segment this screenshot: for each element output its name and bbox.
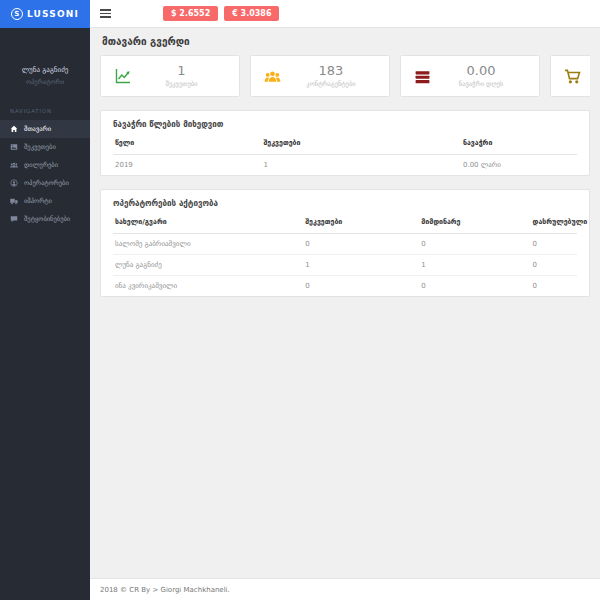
- table-cell: 2019: [113, 155, 261, 176]
- sidebar-nav: მთავარი შეკვეთები დილერები ოპერატორები ი…: [0, 120, 90, 228]
- stat-label: შეკვეთები: [132, 80, 231, 88]
- table-cell: 1: [419, 255, 530, 276]
- table-header-row: სახელი/გვარი შეკვეთები მიმდინარე დასრულე…: [113, 211, 577, 234]
- brand-name: LUSSONI: [27, 9, 79, 19]
- table-cell: 0: [531, 234, 577, 255]
- sidebar-item-main[interactable]: მთავარი: [0, 120, 90, 138]
- home-icon: [10, 125, 18, 133]
- stat-card-sales[interactable]: 0.00 ნავაჭრი დღეს: [400, 55, 540, 97]
- sales-by-year-panel: ნავაჭრი წლების მიხედვით წელი შეკვეთები ნ…: [100, 110, 590, 176]
- sidebar-item-label: მთავარი: [24, 125, 51, 133]
- sidebar-toggle-button[interactable]: [100, 7, 111, 20]
- sidebar-user-block: ლუნა გაგნიძე ოპერატორი: [0, 28, 90, 96]
- orders-icon: [10, 143, 18, 151]
- panel-title: ოპერატორების აქტივობა: [113, 199, 577, 208]
- truck-icon: [10, 197, 18, 205]
- footer: 2018 © CR By > Giorgi Machkhaneli.: [90, 578, 600, 600]
- cart-icon: [564, 68, 581, 85]
- sidebar-item-label: შეტყობინებები: [24, 215, 70, 223]
- currency-badges: $ 2.6552 € 3.0386: [163, 6, 279, 21]
- table-cell: სალომე გაბრიაშვილი: [113, 234, 303, 255]
- table-cell: ინა კვირიკაშვილი: [113, 276, 303, 297]
- stat-value: 183: [281, 64, 381, 78]
- table-row[interactable]: 2019 1 0.00 ლარი: [113, 155, 577, 176]
- column-header: წელი: [113, 132, 261, 155]
- table-cell: 0: [419, 276, 530, 297]
- sidebar-item-operators[interactable]: ოპერატორები: [0, 174, 90, 192]
- sidebar-item-label: დილერები: [24, 161, 58, 169]
- sidebar-item-dealers[interactable]: დილერები: [0, 156, 90, 174]
- table-cell: 0: [531, 276, 577, 297]
- table-cell: 0: [303, 276, 419, 297]
- table-row[interactable]: ლუნა გაგნიძე 1 1 0: [113, 255, 577, 276]
- messages-icon: [10, 215, 18, 223]
- sidebar-item-label: ოპერატორები: [24, 179, 69, 187]
- sidebar-item-label: იმპორტი: [24, 197, 52, 205]
- table-cell: ლუნა გაგნიძე: [113, 255, 303, 276]
- table-row[interactable]: ინა კვირიკაშვილი 0 0 0: [113, 276, 577, 297]
- stat-label: ნავაჭრი დღეს: [431, 80, 531, 88]
- eur-rate-badge: € 3.0386: [224, 6, 279, 21]
- operators-activity-table: სახელი/გვარი შეკვეთები მიმდინარე დასრულე…: [113, 211, 577, 296]
- user-role: ოპერატორი: [4, 78, 86, 86]
- table-header-row: წელი შეკვეთები ნავაჭრი: [113, 132, 577, 155]
- chart-line-icon: [114, 67, 132, 85]
- column-header: შეკვეთები: [303, 211, 419, 234]
- stat-value: 1: [132, 64, 231, 78]
- table-cell: 0: [303, 234, 419, 255]
- sidebar-item-orders[interactable]: შეკვეთები: [0, 138, 90, 156]
- user-name: ლუნა გაგნიძე: [4, 66, 86, 74]
- brand-logo[interactable]: S LUSSONI: [0, 0, 90, 28]
- footer-credit: 2018 © CR By > Giorgi Machkhaneli.: [100, 586, 230, 594]
- table-cell: 0: [419, 234, 530, 255]
- money-icon: [414, 68, 431, 85]
- table-cell: 0: [531, 255, 577, 276]
- column-header: მიმდინარე: [419, 211, 530, 234]
- users-icon: [264, 68, 281, 85]
- usd-rate-badge: $ 2.6552: [163, 6, 218, 21]
- page-title: მთავარი გვერდი: [102, 36, 590, 47]
- nav-section-label: NAVIGATION: [0, 96, 90, 120]
- column-header: ნავაჭრი: [461, 132, 577, 155]
- stat-label: კონტრაგენტები: [281, 80, 381, 88]
- operator-icon: [10, 179, 18, 187]
- stat-cards: 1 შეკვეთები 183 კონტრაგენტები 0.00 ნავაჭ…: [100, 55, 590, 97]
- column-header: შეკვეთები: [261, 132, 461, 155]
- table-cell: 0.00 ლარი: [461, 155, 577, 176]
- operators-activity-panel: ოპერატორების აქტივობა სახელი/გვარი შეკვე…: [100, 189, 590, 297]
- users-icon: [10, 161, 18, 169]
- stat-card-cart[interactable]: [550, 55, 590, 97]
- sidebar: ლუნა გაგნიძე ოპერატორი NAVIGATION მთავარ…: [0, 28, 90, 600]
- table-cell: 1: [303, 255, 419, 276]
- panel-title: ნავაჭრი წლების მიხედვით: [113, 120, 577, 129]
- table-cell: 1: [261, 155, 461, 176]
- sidebar-item-import[interactable]: იმპორტი: [0, 192, 90, 210]
- table-row[interactable]: სალომე გაბრიაშვილი 0 0 0: [113, 234, 577, 255]
- top-header: $ 2.6552 € 3.0386: [90, 0, 600, 28]
- sidebar-item-messages[interactable]: შეტყობინებები: [0, 210, 90, 228]
- stat-card-orders[interactable]: 1 შეკვეთები: [100, 55, 240, 97]
- sidebar-item-label: შეკვეთები: [24, 143, 56, 151]
- brand-logo-icon: S: [11, 8, 23, 20]
- column-header: სახელი/გვარი: [113, 211, 303, 234]
- main-content: მთავარი გვერდი 1 შეკვეთები 183 კონტრაგენ…: [90, 28, 600, 578]
- column-header: დასრულებული: [531, 211, 577, 234]
- stat-card-contractors[interactable]: 183 კონტრაგენტები: [250, 55, 390, 97]
- sales-by-year-table: წელი შეკვეთები ნავაჭრი 2019 1 0.00 ლარი: [113, 132, 577, 175]
- stat-value: 0.00: [431, 64, 531, 78]
